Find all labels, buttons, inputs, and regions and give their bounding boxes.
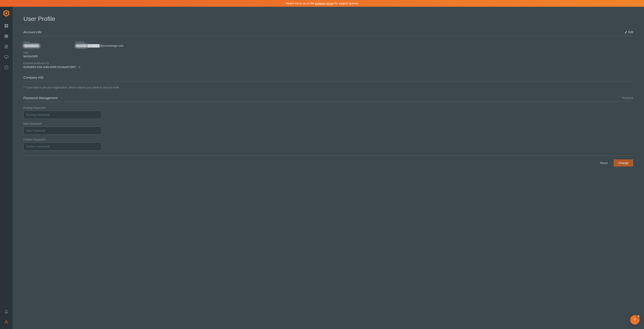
account-field: Account ████████████@purestorage.com	[76, 41, 124, 47]
sidebar-item-monitor[interactable]	[2, 53, 11, 62]
account-info-fields-row2: Role MANAGER	[24, 51, 633, 58]
svg-rect-5	[4, 26, 6, 28]
sidebar-item-help[interactable]: ?	[2, 63, 11, 72]
entitlement-label: Essential Entitlement ID	[24, 62, 80, 65]
password-management-header: Password Management * Required	[24, 96, 633, 102]
sidebar-item-docs[interactable]	[2, 42, 11, 51]
sidebar-item-user-profile[interactable]	[2, 318, 11, 326]
new-password-input[interactable]	[24, 127, 102, 135]
app-layout: ? User Profile	[0, 7, 644, 329]
name-value: ████████	[24, 44, 67, 47]
reset-button[interactable]: Reset	[597, 159, 611, 167]
entitlement-value: 6c56d834-fc0d-4c8d-b089-021dee87d957 ⧉	[24, 65, 80, 69]
new-password-label: New Password*	[24, 122, 102, 125]
svg-rect-4	[6, 24, 8, 26]
sidebar-bottom	[2, 307, 11, 326]
help-fab[interactable]: ? 1	[630, 315, 640, 325]
copy-entitlement-icon[interactable]: ⧉	[78, 66, 80, 69]
required-note: * Required	[621, 96, 633, 100]
name-field: Name ████████	[24, 41, 67, 47]
sidebar: ?	[0, 7, 12, 329]
company-info-title: Company Info	[24, 76, 44, 79]
password-form: Existing Password* New Password* Confirm…	[24, 106, 102, 151]
account-info-fields-row3: Essential Entitlement ID 6c56d834-fc0d-4…	[24, 62, 633, 69]
account-info-fields-row1: Name ████████ Account ████████████@pures…	[24, 41, 633, 47]
svg-text:?: ?	[6, 67, 7, 69]
new-password-group: New Password*	[24, 122, 102, 135]
sidebar-item-grid[interactable]	[2, 22, 11, 30]
banner-text-after: for support queries	[334, 2, 358, 5]
confirm-password-label: Confirm Password*	[24, 138, 102, 141]
role-label: Role	[24, 51, 67, 54]
page-title: User Profile	[24, 16, 633, 22]
help-fab-badge: 1	[636, 315, 640, 318]
sidebar-item-volumes[interactable]	[2, 32, 11, 41]
company-info-header: Company Info	[24, 76, 633, 82]
svg-rect-3	[4, 24, 6, 26]
sidebar-item-notifications[interactable]	[2, 307, 11, 316]
company-info-section: Company Info ** If you want to join your…	[24, 76, 633, 89]
svg-rect-7	[4, 35, 8, 36]
svg-point-2	[5, 12, 8, 14]
banner-text-before: Reach out to us on the	[286, 2, 315, 5]
action-buttons: Reset Change	[24, 156, 633, 167]
confirm-password-input[interactable]	[24, 142, 102, 151]
password-management-section: Password Management * Required Existing …	[24, 96, 633, 167]
change-button[interactable]: Change	[614, 159, 633, 167]
svg-point-19	[6, 320, 7, 322]
edit-account-button[interactable]: Edit	[625, 31, 633, 34]
svg-rect-9	[4, 37, 8, 38]
account-info-header: Account Info Edit	[24, 30, 633, 36]
role-value: MANAGER	[24, 55, 67, 58]
role-field: Role MANAGER	[24, 51, 67, 58]
name-label: Name	[24, 41, 67, 43]
account-label: Account	[76, 41, 124, 43]
help-fab-icon: ?	[634, 318, 636, 322]
svg-rect-6	[6, 26, 8, 28]
company-info-note: ** If you want to join your organization…	[24, 86, 633, 89]
existing-password-group: Existing Password*	[24, 106, 102, 119]
account-info-section: Account Info Edit Name ████████ Account …	[24, 30, 633, 69]
existing-password-label: Existing Password*	[24, 106, 102, 109]
svg-rect-8	[4, 36, 8, 37]
app-logo[interactable]	[2, 9, 10, 17]
portworx-forum-link[interactable]: portworx forum	[315, 2, 334, 5]
password-management-title: Password Management	[24, 96, 58, 100]
account-info-title: Account Info	[24, 30, 42, 34]
svg-point-18	[6, 310, 7, 310]
entitlement-field: Essential Entitlement ID 6c56d834-fc0d-4…	[24, 62, 80, 69]
top-banner: Reach out to us on the portworx forum fo…	[0, 0, 644, 7]
main-content: User Profile Account Info Edit Name ████…	[12, 7, 644, 329]
svg-rect-13	[4, 56, 8, 58]
confirm-password-group: Confirm Password*	[24, 138, 102, 151]
account-value: ████████████@purestorage.com	[76, 44, 124, 47]
existing-password-input[interactable]	[24, 111, 102, 119]
